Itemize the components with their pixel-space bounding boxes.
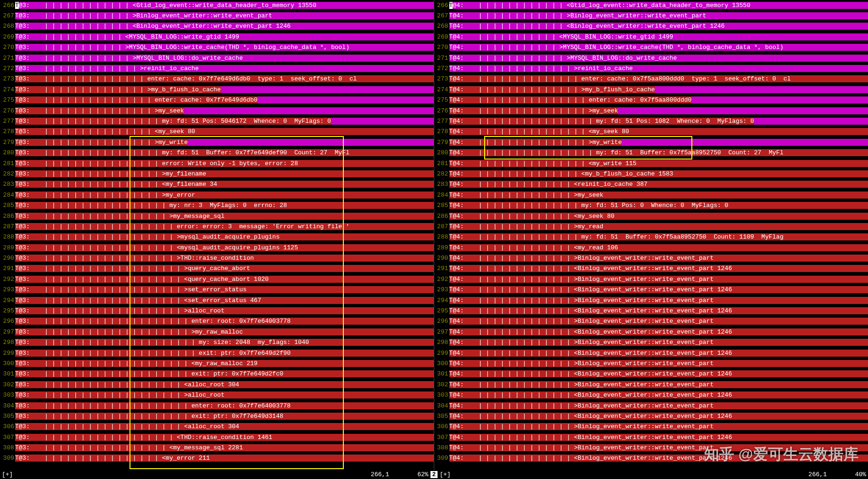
code-line[interactable]: 276T@3: | | | | | | | | | | | | | | | >m… xyxy=(0,105,434,116)
code-line[interactable]: 289T@3: | | | | | | | | | | | | | | | | … xyxy=(0,242,434,253)
code-line[interactable]: 308T@3: | | | | | | | | | | | | | | | | … xyxy=(0,442,434,453)
code-line[interactable]: 298T@3: | | | | | | | | | | | | | | | | … xyxy=(0,337,434,348)
line-content: T@3: | | | | | | | | | | | | | | | | | |… xyxy=(15,381,434,388)
code-line[interactable]: 275T@3: | | | | | | | | | | | | | | | en… xyxy=(0,95,434,105)
code-line[interactable]: 270T@3: | | | | | | | | | | | >MYSQL_BIN… xyxy=(0,42,434,53)
code-line[interactable]: 277T@3: | | | | | | | | | | | | | | | | … xyxy=(0,116,434,126)
code-line[interactable]: 303T@4: | | | | | | | | | | | | | <Binlo… xyxy=(434,390,868,400)
code-line[interactable]: 277T@4: | | | | | | | | | | | | | | | | … xyxy=(434,116,868,126)
code-line[interactable]: 280T@3: | | | | | | | | | | | | | | | | … xyxy=(0,147,434,158)
code-line[interactable]: 290T@4: | | | | | | | | | | | | | >Binlo… xyxy=(434,253,868,263)
code-line[interactable]: 285T@4: | | | | | | | | | | | | | | my: … xyxy=(434,200,868,210)
left-pane[interactable]: 266T@3: | | | | | | | | | | | | <Gtid_lo… xyxy=(0,0,434,470)
code-line[interactable]: 292T@4: | | | | | | | | | | | | | >Binlo… xyxy=(434,274,868,284)
code-line[interactable]: 297T@3: | | | | | | | | | | | | | | | | … xyxy=(0,327,434,337)
status-left: [+] 266,1 62% xyxy=(0,471,430,478)
code-line[interactable]: 279T@3: | | | | | | | | | | | | | | | >m… xyxy=(0,137,434,147)
line-number: 308 xyxy=(434,444,449,451)
code-line[interactable]: 283T@4: | | | | | | | | | | | | | <reini… xyxy=(434,179,868,190)
code-line[interactable]: 297T@4: | | | | | | | | | | | | | <Binlo… xyxy=(434,327,868,337)
code-line[interactable]: 293T@4: | | | | | | | | | | | | | <Binlo… xyxy=(434,285,868,295)
code-line[interactable]: 269T@4: | | | | | | | | | | | <MYSQL_BIN… xyxy=(434,32,868,42)
code-line[interactable]: 272T@3: | | | | | | | | | | | | | >reini… xyxy=(0,63,434,73)
code-line[interactable]: 266T@3: | | | | | | | | | | | | <Gtid_lo… xyxy=(0,0,434,10)
code-line[interactable]: 302T@4: | | | | | | | | | | | | | >Binlo… xyxy=(434,379,868,390)
code-line[interactable]: 278T@3: | | | | | | | | | | | | | | | <m… xyxy=(0,127,434,137)
code-line[interactable]: 301T@3: | | | | | | | | | | | | | | | | … xyxy=(0,369,434,379)
code-line[interactable]: 294T@4: | | | | | | | | | | | | | >Binlo… xyxy=(434,295,868,305)
code-line[interactable]: 306T@3: | | | | | | | | | | | | | | | | … xyxy=(0,422,434,432)
code-line[interactable]: 294T@3: | | | | | | | | | | | | | | | | … xyxy=(0,295,434,305)
code-line[interactable]: 286T@4: | | | | | | | | | | | | | <my_se… xyxy=(434,211,868,221)
code-line[interactable]: 281T@4: | | | | | | | | | | | | | | | <m… xyxy=(434,158,868,168)
code-line[interactable]: 274T@4: | | | | | | | | | | | | | | >my_… xyxy=(434,84,868,95)
code-line[interactable]: 296T@4: | | | | | | | | | | | | | >Binlo… xyxy=(434,316,868,327)
code-line[interactable]: 268T@4: | | | | | | | | | | | | <Binlog_… xyxy=(434,21,868,32)
code-line[interactable]: 282T@3: | | | | | | | | | | | | | | | | … xyxy=(0,168,434,179)
code-line[interactable]: 278T@4: | | | | | | | | | | | | | | | <m… xyxy=(434,127,868,137)
code-line[interactable]: 268T@3: | | | | | | | | | | | | <Binlog_… xyxy=(0,21,434,32)
code-line[interactable]: 296T@3: | | | | | | | | | | | | | | | | … xyxy=(0,316,434,327)
right-pane[interactable]: 266T@4: | | | | | | | | | | | | <Gtid_lo… xyxy=(434,0,868,470)
code-line[interactable]: 281T@3: | | | | | | | | | | | | | | | | … xyxy=(0,158,434,168)
code-line[interactable]: 306T@4: | | | | | | | | | | | | | >Binlo… xyxy=(434,422,868,432)
code-line[interactable]: 303T@3: | | | | | | | | | | | | | | | | … xyxy=(0,390,434,400)
code-line[interactable]: 282T@4: | | | | | | | | | | | | | | <my_… xyxy=(434,168,868,179)
code-line[interactable]: 270T@4: | | | | | | | | | | | >MYSQL_BIN… xyxy=(434,42,868,53)
code-line[interactable]: 307T@4: | | | | | | | | | | | | | <Binlo… xyxy=(434,432,868,442)
code-line[interactable]: 300T@4: | | | | | | | | | | | | | >Binlo… xyxy=(434,358,868,368)
code-line[interactable]: 291T@4: | | | | | | | | | | | | | <Binlo… xyxy=(434,263,868,274)
code-line[interactable]: 274T@3: | | | | | | | | | | | | | | >my_… xyxy=(0,84,434,95)
line-number: 267 xyxy=(434,12,449,19)
code-line[interactable]: 299T@4: | | | | | | | | | | | | | <Binlo… xyxy=(434,348,868,358)
code-line[interactable]: 291T@3: | | | | | | | | | | | | | | | | … xyxy=(0,263,434,274)
code-line[interactable]: 266T@4: | | | | | | | | | | | | <Gtid_lo… xyxy=(434,0,868,10)
code-line[interactable]: 272T@4: | | | | | | | | | | | | | >reini… xyxy=(434,63,868,73)
code-line[interactable]: 276T@4: | | | | | | | | | | | | | | | >m… xyxy=(434,105,868,116)
code-line[interactable]: 271T@4: | | | | | | | | | | | | >MYSQL_B… xyxy=(434,53,868,63)
code-line[interactable]: 293T@3: | | | | | | | | | | | | | | | | … xyxy=(0,285,434,295)
code-line[interactable]: 309T@4: | | | | | | | | | | | | | <Binlo… xyxy=(434,453,868,463)
line-number: 304 xyxy=(434,402,449,409)
code-line[interactable]: 290T@3: | | | | | | | | | | | | | | | | … xyxy=(0,253,434,263)
code-line[interactable]: 305T@4: | | | | | | | | | | | | | <Binlo… xyxy=(434,411,868,421)
line-content: T@4: | | | | | | | | | | | | | <Binlog_e… xyxy=(449,391,868,399)
code-line[interactable]: 273T@4: | | | | | | | | | | | | | | ente… xyxy=(434,74,868,84)
code-line[interactable]: 295T@4: | | | | | | | | | | | | | <Binlo… xyxy=(434,305,868,316)
code-line[interactable]: 284T@3: | | | | | | | | | | | | | | | | … xyxy=(0,190,434,200)
code-line[interactable]: 302T@3: | | | | | | | | | | | | | | | | … xyxy=(0,379,434,390)
code-line[interactable]: 300T@3: | | | | | | | | | | | | | | | | … xyxy=(0,358,434,368)
code-line[interactable]: 275T@4: | | | | | | | | | | | | | | | en… xyxy=(434,95,868,105)
code-line[interactable]: 304T@3: | | | | | | | | | | | | | | | | … xyxy=(0,400,434,411)
code-line[interactable]: 280T@4: | | | | | | | | | | | | | | | | … xyxy=(434,147,868,158)
code-line[interactable]: 289T@4: | | | | | | | | | | | | | <my_re… xyxy=(434,242,868,253)
code-line[interactable]: 304T@4: | | | | | | | | | | | | | >Binlo… xyxy=(434,400,868,411)
code-line[interactable]: 273T@3: | | | | | | | | | | | | | | ente… xyxy=(0,74,434,84)
code-line[interactable]: 287T@4: | | | | | | | | | | | | | >my_re… xyxy=(434,221,868,232)
code-line[interactable]: 267T@3: | | | | | | | | | | | | >Binlog_… xyxy=(0,10,434,21)
code-line[interactable]: 305T@3: | | | | | | | | | | | | | | | | … xyxy=(0,411,434,421)
code-line[interactable]: 309T@3: | | | | | | | | | | | | | | | | … xyxy=(0,453,434,463)
code-line[interactable]: 299T@3: | | | | | | | | | | | | | | | | … xyxy=(0,348,434,358)
code-line[interactable]: 269T@3: | | | | | | | | | | | <MYSQL_BIN… xyxy=(0,32,434,42)
code-line[interactable]: 283T@3: | | | | | | | | | | | | | | | | … xyxy=(0,179,434,190)
code-line[interactable]: 308T@4: | | | | | | | | | | | | | >Binlo… xyxy=(434,442,868,453)
code-line[interactable]: 288T@4: | | | | | | | | | | | | | | my: … xyxy=(434,232,868,242)
code-line[interactable]: 298T@4: | | | | | | | | | | | | | >Binlo… xyxy=(434,337,868,348)
code-line[interactable]: 271T@3: | | | | | | | | | | | | >MYSQL_B… xyxy=(0,53,434,63)
line-content: T@3: | | | | | | | | | | | | | | | | | >… xyxy=(15,213,434,220)
code-line[interactable]: 287T@3: | | | | | | | | | | | | | | | | … xyxy=(0,221,434,232)
line-content: T@3: | | | | | | | | | | | | | | | | <my… xyxy=(15,455,434,462)
code-line[interactable]: 307T@3: | | | | | | | | | | | | | | | | … xyxy=(0,432,434,442)
code-line[interactable]: 292T@3: | | | | | | | | | | | | | | | | … xyxy=(0,274,434,284)
code-line[interactable]: 284T@4: | | | | | | | | | | | | | >my_se… xyxy=(434,190,868,200)
code-line[interactable]: 267T@4: | | | | | | | | | | | | >Binlog_… xyxy=(434,10,868,21)
code-line[interactable]: 288T@3: | | | | | | | | | | | | | | | | … xyxy=(0,232,434,242)
code-line[interactable]: 286T@3: | | | | | | | | | | | | | | | | … xyxy=(0,211,434,221)
line-number: 300 xyxy=(434,360,449,367)
code-line[interactable]: 285T@3: | | | | | | | | | | | | | | | | … xyxy=(0,200,434,210)
code-line[interactable]: 279T@4: | | | | | | | | | | | | | | | >m… xyxy=(434,137,868,147)
code-line[interactable]: 301T@4: | | | | | | | | | | | | | <Binlo… xyxy=(434,369,868,379)
status-modified-left: [+] xyxy=(2,471,13,478)
code-line[interactable]: 295T@3: | | | | | | | | | | | | | | | | … xyxy=(0,305,434,316)
